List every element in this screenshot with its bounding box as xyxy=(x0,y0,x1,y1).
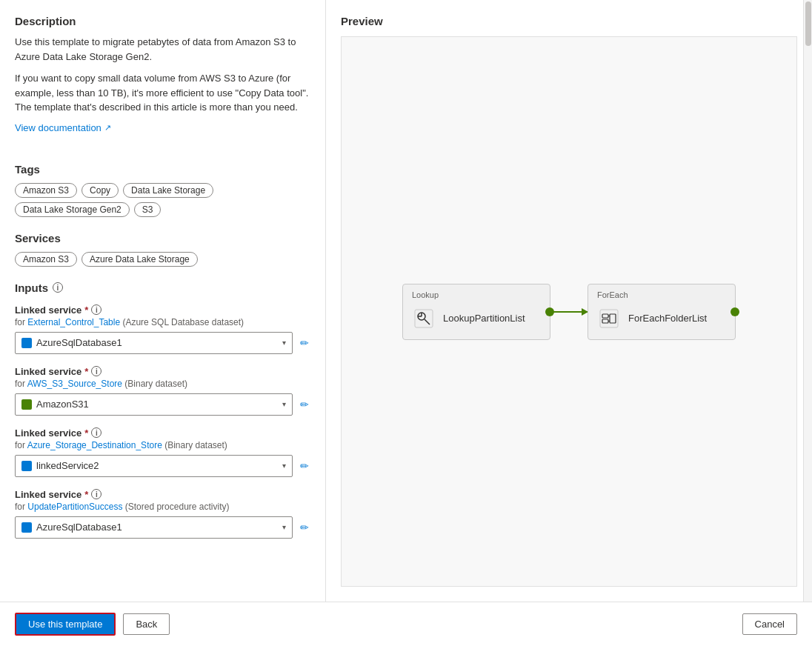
chevron-down-icon-1: ▾ xyxy=(282,339,286,347)
edit-button-2[interactable]: ✏ xyxy=(299,397,310,412)
chevron-down-icon-3: ▾ xyxy=(282,462,286,470)
dropdown-value-2: AmazonS31 xyxy=(36,399,282,410)
services-section: Services Amazon S3 Azure Data Lake Stora… xyxy=(15,232,310,267)
cancel-button[interactable]: Cancel xyxy=(742,613,797,635)
description-para1: Use this template to migrate petabytes o… xyxy=(15,35,310,64)
foreach-node-header: ForEach xyxy=(597,290,726,299)
chevron-down-icon-2: ▾ xyxy=(282,400,286,408)
foreach-node-body: ForEachFolderList xyxy=(597,307,726,330)
linked-service-label-1: Linked service * i xyxy=(15,304,310,316)
right-panel: Preview Lookup xyxy=(326,0,812,602)
dropdown-value-4: AzureSqlDatabase1 xyxy=(36,522,282,533)
inputs-section: Inputs i Linked service * i for External… xyxy=(15,282,310,539)
footer: Use this template Back Cancel xyxy=(0,602,812,646)
tags-title: Tags xyxy=(15,163,310,176)
linked-service-sub-3: for Azure_Storage_Destination_Store (Bin… xyxy=(15,440,310,450)
edit-button-4[interactable]: ✏ xyxy=(299,520,310,535)
description-title: Description xyxy=(15,15,310,27)
linked-service-sub-link-2[interactable]: AWS_S3_Source_Store xyxy=(27,379,122,389)
external-link-icon: ↗ xyxy=(104,123,111,133)
linked-service-info-icon-4[interactable]: i xyxy=(91,489,102,499)
lookup-node-header: Lookup xyxy=(412,290,541,299)
dropdown-value-3: linkedService2 xyxy=(36,460,282,471)
dropdown-icon-2 xyxy=(21,399,32,410)
required-star: * xyxy=(84,427,88,439)
lookup-icon xyxy=(412,307,436,330)
linked-service-info-icon-1[interactable]: i xyxy=(91,304,102,315)
connector-line xyxy=(550,311,588,313)
inputs-title: Inputs i xyxy=(15,282,310,294)
foreach-output-dot xyxy=(731,307,739,316)
preview-canvas: Lookup LookupPartitionList xyxy=(341,36,797,587)
dropdown-icon-4 xyxy=(21,522,32,533)
dropdown-value-1: AzureSqlDatabase1 xyxy=(36,337,282,348)
linked-service-sub-1: for External_Control_Table (Azure SQL Da… xyxy=(15,317,310,327)
foreach-node[interactable]: ForEach ForEachFold xyxy=(588,284,736,340)
tags-container: Amazon S3 Copy Data Lake Storage Data La… xyxy=(15,183,310,217)
lookup-node[interactable]: Lookup LookupPartitionList xyxy=(402,284,550,340)
linked-service-info-icon-2[interactable]: i xyxy=(91,366,102,376)
services-container: Amazon S3 Azure Data Lake Storage xyxy=(15,252,310,267)
linked-service-sub-link-4[interactable]: UpdatePartitionSuccess xyxy=(27,502,122,512)
foreach-node-label: ForEachFolderList xyxy=(628,313,707,324)
linked-service-sub-2: for AWS_S3_Source_Store (Binary dataset) xyxy=(15,379,310,389)
linked-service-group-4: Linked service * i for UpdatePartitionSu… xyxy=(15,489,310,539)
linked-service-group-2: Linked service * i for AWS_S3_Source_Sto… xyxy=(15,366,310,416)
chevron-down-icon-4: ▾ xyxy=(282,523,286,531)
view-documentation-link[interactable]: View documentation ↗ xyxy=(15,122,111,133)
linked-service-label-4: Linked service * i xyxy=(15,489,310,500)
linked-service-label-2: Linked service * i xyxy=(15,366,310,377)
service-item: Amazon S3 xyxy=(15,252,77,267)
svg-rect-0 xyxy=(415,310,433,327)
tag-item: Data Lake Storage xyxy=(123,183,213,198)
tag-item: S3 xyxy=(134,202,162,217)
tag-item: Amazon S3 xyxy=(15,183,77,198)
dropdown-icon-3 xyxy=(21,461,32,471)
linked-service-group-1: Linked service * i for External_Control_… xyxy=(15,304,310,354)
linked-service-info-icon-3[interactable]: i xyxy=(91,427,102,438)
dropdown-3[interactable]: linkedService2 ▾ xyxy=(15,455,293,477)
pipeline-area: Lookup LookupPartitionList xyxy=(402,284,736,340)
lookup-node-body: LookupPartitionList xyxy=(412,307,541,330)
tag-item: Copy xyxy=(81,183,119,198)
scrollbar-thumb[interactable] xyxy=(805,1,811,46)
description-para2: If you want to copy small data volume fr… xyxy=(15,71,310,115)
linked-service-label-3: Linked service * i xyxy=(15,427,310,439)
use-template-button[interactable]: Use this template xyxy=(15,613,116,636)
dropdown-1[interactable]: AzureSqlDatabase1 ▾ xyxy=(15,332,293,354)
back-button[interactable]: Back xyxy=(123,613,170,635)
tag-item: Data Lake Storage Gen2 xyxy=(15,202,130,217)
linked-service-group-3: Linked service * i for Azure_Storage_Des… xyxy=(15,427,310,477)
dropdown-row-4: AzureSqlDatabase1 ▾ ✏ xyxy=(15,516,310,539)
required-star: * xyxy=(84,304,88,316)
service-item: Azure Data Lake Storage xyxy=(81,252,198,267)
foreach-icon xyxy=(597,307,621,330)
scrollbar[interactable] xyxy=(803,0,812,602)
inputs-info-icon[interactable]: i xyxy=(53,282,63,293)
dropdown-row-3: linkedService2 ▾ ✏ xyxy=(15,455,310,477)
linked-service-sub-link-3[interactable]: Azure_Storage_Destination_Store xyxy=(27,440,162,450)
linked-service-sub-link-1[interactable]: External_Control_Table xyxy=(27,317,120,327)
preview-title: Preview xyxy=(341,15,797,27)
description-section: Description Use this template to migrate… xyxy=(15,15,310,148)
tags-section: Tags Amazon S3 Copy Data Lake Storage Da… xyxy=(15,163,310,217)
dropdown-row-2: AmazonS31 ▾ ✏ xyxy=(15,393,310,416)
dropdown-icon-1 xyxy=(21,338,32,348)
edit-button-1[interactable]: ✏ xyxy=(299,336,310,350)
dropdown-4[interactable]: AzureSqlDatabase1 ▾ xyxy=(15,516,293,539)
lookup-node-label: LookupPartitionList xyxy=(443,313,525,324)
left-panel: Description Use this template to migrate… xyxy=(0,0,326,602)
dropdown-2[interactable]: AmazonS31 ▾ xyxy=(15,393,293,416)
edit-button-3[interactable]: ✏ xyxy=(299,459,310,473)
linked-service-sub-4: for UpdatePartitionSuccess (Stored proce… xyxy=(15,502,310,512)
services-title: Services xyxy=(15,232,310,244)
connector xyxy=(550,311,588,313)
required-star: * xyxy=(84,489,88,500)
dropdown-row-1: AzureSqlDatabase1 ▾ ✏ xyxy=(15,332,310,354)
required-star: * xyxy=(84,366,88,377)
